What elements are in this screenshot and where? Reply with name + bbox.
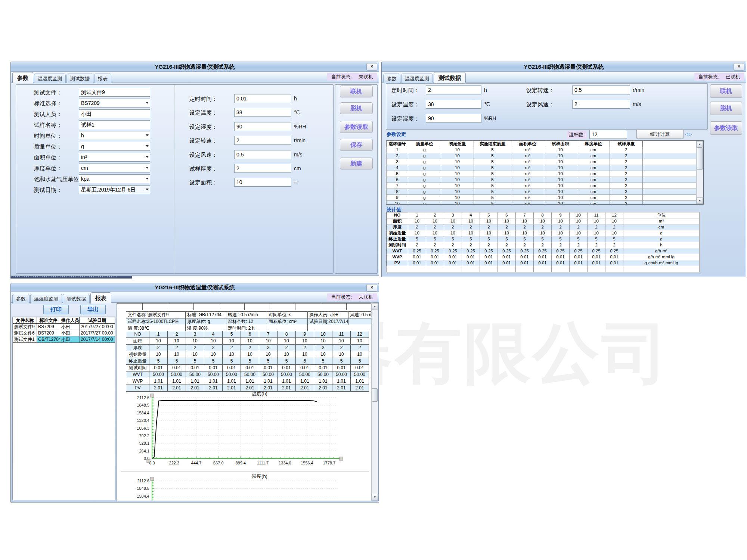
scroll-down-icon[interactable]: ▼ <box>372 494 378 500</box>
chevron-down-icon[interactable] <box>146 145 149 147</box>
table-cell: 2 <box>296 345 314 351</box>
save-button[interactable]: 保存 <box>340 139 373 151</box>
table-cell: 8 <box>387 189 408 195</box>
param-input[interactable]: cm <box>79 164 150 172</box>
table-cell: 10 <box>552 218 570 224</box>
form-row: 设定转速：0.5r/min <box>386 85 707 95</box>
table-cell: 50.00 <box>168 371 186 378</box>
setpoint-input[interactable]: 10 <box>234 178 291 187</box>
table-cell: 50.00 <box>186 371 204 378</box>
form-row: 设定面积：10㎡ <box>174 178 333 187</box>
param-input[interactable]: kpa <box>79 174 150 183</box>
stats-row: NO123456789101112单位 <box>387 212 700 218</box>
scroll-thumb[interactable] <box>372 388 378 402</box>
chevron-down-icon[interactable] <box>146 102 149 104</box>
scroll-up-icon[interactable]: ▲ <box>697 141 703 147</box>
param-input[interactable]: h <box>79 131 150 140</box>
pager-right-icon[interactable]: ▷ <box>689 132 692 136</box>
column-header: 湿杯编号 <box>387 141 408 147</box>
table-cell: 0.01 <box>332 365 351 371</box>
setpoint-input[interactable]: 0.5 <box>572 85 630 94</box>
scroll-thumb[interactable] <box>697 147 703 170</box>
table-cell: 50.00 <box>332 371 351 378</box>
table-cell: 10 <box>544 195 577 201</box>
tab-report[interactable]: 报表 <box>90 292 111 304</box>
param-input[interactable]: 测试文件9 <box>79 88 150 97</box>
print-button[interactable]: 打印 <box>43 305 69 314</box>
table-cell: 1.01 <box>314 378 332 385</box>
stat-calc-button[interactable]: 统计计算 <box>636 130 684 139</box>
disconnect-button[interactable]: 脱机 <box>710 102 742 115</box>
report-data-row: 面积101010101010101010101010 <box>126 338 369 345</box>
connect-button[interactable]: 联机 <box>710 84 742 98</box>
table-cell: 5 <box>480 236 498 242</box>
table-cell: 5 <box>314 358 332 365</box>
setpoint-input[interactable]: 2 <box>234 164 291 173</box>
x-tick-label: 1334.0 <box>279 461 291 465</box>
param-table-scrollbar[interactable]: ▲▼ <box>696 141 703 204</box>
row-header: WVP <box>387 254 408 260</box>
param-input[interactable]: BS7209 <box>79 99 150 108</box>
stats-table-wrap: NO123456789101112单位面积1010101010101010101… <box>386 212 700 273</box>
chevron-down-icon[interactable] <box>146 167 149 169</box>
chevron-down-icon[interactable] <box>146 134 149 136</box>
table-cell: g <box>408 183 441 189</box>
close-icon[interactable]: × <box>366 63 377 71</box>
setpoint-input[interactable]: 90 <box>234 122 291 131</box>
chevron-down-icon[interactable] <box>146 156 149 158</box>
export-button[interactable]: 导出 <box>80 305 106 314</box>
chevron-down-icon[interactable] <box>146 178 149 180</box>
form-row: 定时时间：0.01h <box>174 94 333 104</box>
file-row[interactable]: 测试文件9BS7209小田2017/7/27 00:00 <box>13 324 115 330</box>
setpoint-input[interactable]: 0.5 <box>234 150 291 159</box>
connect-button[interactable]: 联机 <box>340 85 373 97</box>
table-cell: 2 <box>332 345 351 351</box>
table-cell <box>570 266 588 272</box>
setpoint-input[interactable]: 2 <box>234 136 291 145</box>
setpoint-input[interactable]: 2 <box>572 100 630 109</box>
scroll-up-icon[interactable]: ▲ <box>372 303 378 309</box>
table-cell: 5 <box>296 358 314 365</box>
cup-count-input[interactable]: 12 <box>589 130 627 139</box>
scroll-down-icon[interactable]: ▼ <box>697 197 703 204</box>
pager-left-icon[interactable]: ◁ <box>685 132 689 136</box>
table-cell: 0.01 <box>149 365 168 371</box>
table-cell: 10 <box>544 159 577 165</box>
table-row: 1g105m²10cm2 <box>387 147 697 153</box>
param-input[interactable]: in² <box>79 153 150 162</box>
table-cell: m² <box>511 159 544 165</box>
close-icon[interactable]: × <box>734 63 744 71</box>
table-cell: 5 <box>474 177 511 183</box>
chevron-down-icon[interactable] <box>146 189 149 190</box>
table-cell: 5 <box>474 189 511 195</box>
table-cell: 5 <box>534 236 552 242</box>
titlebar[interactable]: YG216-III织物透湿量仪测试系统 × <box>11 62 379 72</box>
table-cell: 6 <box>498 212 516 218</box>
file-row[interactable]: 测试文件1GB/T12704小田2017/7/14 00:00 <box>13 336 115 343</box>
setpoint-input[interactable]: 0.01 <box>234 94 291 103</box>
row-header: PV <box>387 260 408 266</box>
close-icon[interactable]: × <box>366 284 377 292</box>
titlebar[interactable]: YG216-III织物透湿量仪测试系统 × <box>382 62 746 72</box>
read-params-button[interactable]: 参数读取 <box>710 121 742 135</box>
setpoint-input[interactable]: 38 <box>234 108 291 117</box>
table-cell: 2 <box>462 224 480 230</box>
pager-arrows[interactable]: ◁▷ <box>685 132 693 137</box>
new-button[interactable]: 新建 <box>340 158 373 169</box>
param-input[interactable]: 小田 <box>79 109 150 118</box>
disconnect-button[interactable]: 脱机 <box>340 102 373 114</box>
file-row[interactable]: 测试文件6BS7209小田2017/7/27 00:00 <box>13 330 115 336</box>
param-input[interactable]: 试样1 <box>79 120 150 129</box>
read-params-button[interactable]: 参数读取 <box>340 121 373 133</box>
table-cell <box>643 201 697 205</box>
table-cell: 10 <box>441 183 474 189</box>
setpoint-input[interactable]: 90 <box>426 114 481 123</box>
param-input[interactable]: 星期五,2019年12月 6日 <box>79 185 150 194</box>
table-cell <box>643 165 697 171</box>
report-scrollbar[interactable]: ▲ ▼ <box>371 303 378 501</box>
param-input[interactable]: g <box>79 142 150 151</box>
titlebar[interactable]: YG216-III织物透湿量仪测试系统 × <box>11 283 379 292</box>
table-cell: 2.01 <box>168 385 186 392</box>
table-cell: 1.01 <box>186 378 204 385</box>
row-header: 测试时间 <box>126 365 149 371</box>
